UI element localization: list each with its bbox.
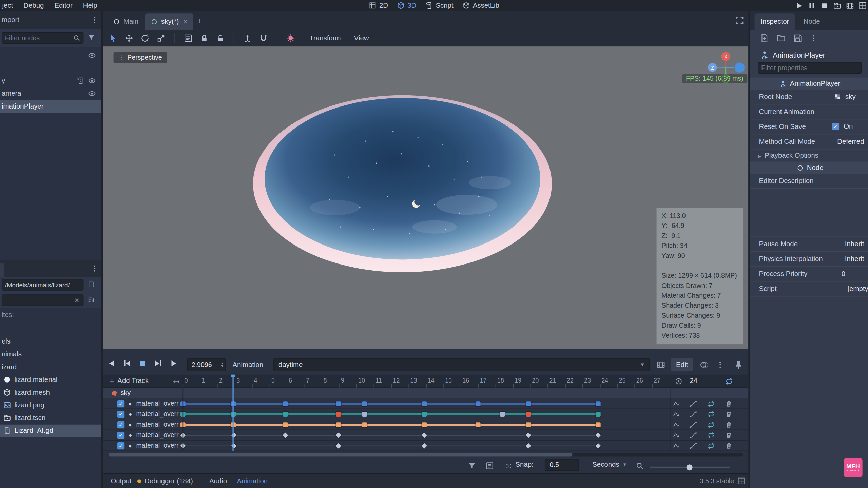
property-value[interactable]: Inherit <box>845 240 864 248</box>
track-enabled-checkbox[interactable]: ✓ <box>117 421 124 428</box>
keyframe[interactable] <box>422 443 427 448</box>
new-resource-icon[interactable] <box>760 34 769 43</box>
menu-view[interactable]: View <box>354 34 369 42</box>
bottom-tab-output[interactable]: Output <box>111 477 131 485</box>
lock-selected-button[interactable] <box>200 34 209 42</box>
file-item[interactable]: lizard.png <box>0 399 101 412</box>
autoplay-toggle-icon[interactable] <box>657 360 666 369</box>
inspector-category[interactable]: AnimationPlayer <box>750 77 868 90</box>
loop-wrap-icon[interactable] <box>708 411 715 418</box>
load-resource-icon[interactable] <box>777 34 786 43</box>
bottom-tab-audio[interactable]: Audio <box>209 477 227 485</box>
scale-tool[interactable] <box>157 34 166 42</box>
close-icon[interactable]: × <box>183 17 187 25</box>
edit-button[interactable]: Edit <box>671 358 693 371</box>
keyframe[interactable] <box>283 432 288 438</box>
anim-time-spinbox[interactable]: 2.9096 ▴▾ <box>187 358 226 371</box>
keyframe[interactable] <box>596 422 601 427</box>
menu-editor[interactable]: Editor <box>54 2 72 9</box>
keyframe[interactable] <box>422 422 427 427</box>
play-scene-button[interactable] <box>833 1 841 9</box>
playhead[interactable] <box>233 375 234 451</box>
keyframe[interactable] <box>476 422 481 427</box>
bottom-tab-animation[interactable]: Animation <box>237 477 268 485</box>
interpolation-icon[interactable] <box>690 432 697 439</box>
clear-search-icon[interactable] <box>74 297 80 304</box>
menu-help[interactable]: Help <box>83 2 97 9</box>
scrollbar-thumb[interactable] <box>109 453 573 457</box>
anim-length-value[interactable]: 24 <box>690 377 697 385</box>
keyframe[interactable] <box>335 432 341 438</box>
track-enabled-checkbox[interactable]: ✓ <box>117 411 124 418</box>
menu-debug[interactable]: Debug <box>23 2 44 9</box>
update-mode-icon[interactable] <box>673 411 680 418</box>
anim-play-button[interactable] <box>169 359 177 367</box>
loop-wrap-icon[interactable] <box>708 442 715 449</box>
scene-tree-row[interactable]: amera <box>0 87 101 100</box>
zoom-slider[interactable] <box>650 467 730 468</box>
keyframe[interactable] <box>526 422 531 427</box>
animation-track-row[interactable]: ✓material_overr <box>103 441 749 451</box>
scene-tab-1[interactable]: sky(*)× <box>145 13 193 30</box>
keyframe[interactable] <box>336 422 341 427</box>
track-enabled-checkbox[interactable]: ✓ <box>117 442 124 449</box>
animation-track-row[interactable]: ✓material_overr <box>103 430 749 441</box>
filter-nodes-input[interactable]: Filter nodes <box>2 32 84 44</box>
filter-properties-input[interactable]: Filter properties <box>758 62 862 74</box>
track-enabled-checkbox[interactable]: ✓ <box>117 400 124 407</box>
anim-menu-icon[interactable] <box>716 361 724 369</box>
keyframe[interactable] <box>526 443 531 448</box>
play-custom-scene-button[interactable] <box>846 1 854 9</box>
update-mode-icon[interactable] <box>673 432 680 439</box>
loop-animation-icon[interactable] <box>725 377 733 385</box>
spin-value[interactable]: 0 <box>842 270 845 278</box>
snap-unit-select[interactable]: Seconds ▼ <box>592 461 627 468</box>
loop-wrap-icon[interactable] <box>708 432 715 439</box>
file-item[interactable]: Lizard_AI.gd <box>0 425 101 437</box>
scene-tree-row[interactable] <box>0 62 101 75</box>
bottom-tab-debugger[interactable]: Debugger (184) <box>137 477 193 485</box>
local-space-toggle[interactable] <box>243 34 252 42</box>
timeline-scrollbar[interactable] <box>109 453 743 457</box>
scene-tree-row[interactable]: y <box>0 75 101 87</box>
save-resource-icon[interactable] <box>793 34 802 43</box>
update-mode-icon[interactable] <box>673 442 680 449</box>
delete-track-icon[interactable] <box>725 421 732 428</box>
delete-track-icon[interactable] <box>725 411 732 418</box>
movie-button[interactable] <box>859 1 867 9</box>
keyframe[interactable] <box>526 401 531 406</box>
delete-track-icon[interactable] <box>725 432 732 439</box>
interpolation-icon[interactable] <box>690 421 697 428</box>
move-tool[interactable] <box>124 34 133 42</box>
scene-tab-0[interactable]: Main <box>108 13 144 30</box>
fs-path-input[interactable]: /Models/animals/lizard/ <box>2 279 84 291</box>
scene-tree-row[interactable] <box>0 49 101 62</box>
pause-button[interactable] <box>808 1 816 9</box>
delete-track-icon[interactable] <box>725 442 732 449</box>
keyframe[interactable] <box>422 432 427 438</box>
layout-icon[interactable] <box>737 477 745 485</box>
workspace-assetlib[interactable]: AssetLib <box>462 2 499 9</box>
nodepath-value[interactable]: sky <box>834 93 855 101</box>
file-item[interactable]: lizard.material <box>0 374 101 387</box>
menu-transform[interactable]: Transform <box>309 34 341 42</box>
keyframe[interactable] <box>283 422 288 427</box>
keyframe[interactable] <box>362 401 367 406</box>
update-mode-icon[interactable] <box>673 421 680 428</box>
unlock-selected-button[interactable] <box>216 34 225 42</box>
property-value[interactable]: Deferred <box>837 138 864 145</box>
loop-wrap-icon[interactable] <box>708 400 715 407</box>
keyframe[interactable] <box>231 432 237 438</box>
fs-search-input[interactable] <box>2 294 84 306</box>
workspace-script[interactable]: Script <box>425 2 453 9</box>
keyframe[interactable] <box>283 412 288 417</box>
eye-icon[interactable] <box>88 52 96 59</box>
rotate-tool[interactable] <box>141 34 150 42</box>
animation-select[interactable]: daytime ▼ <box>273 358 650 371</box>
keyframe[interactable] <box>526 432 531 438</box>
keyframe[interactable] <box>596 412 601 417</box>
editor-description-box[interactable] <box>750 189 868 237</box>
checkbox-icon[interactable]: ✓ <box>832 122 839 130</box>
eye-icon[interactable] <box>88 77 96 85</box>
anim-stop-button[interactable] <box>138 359 147 367</box>
